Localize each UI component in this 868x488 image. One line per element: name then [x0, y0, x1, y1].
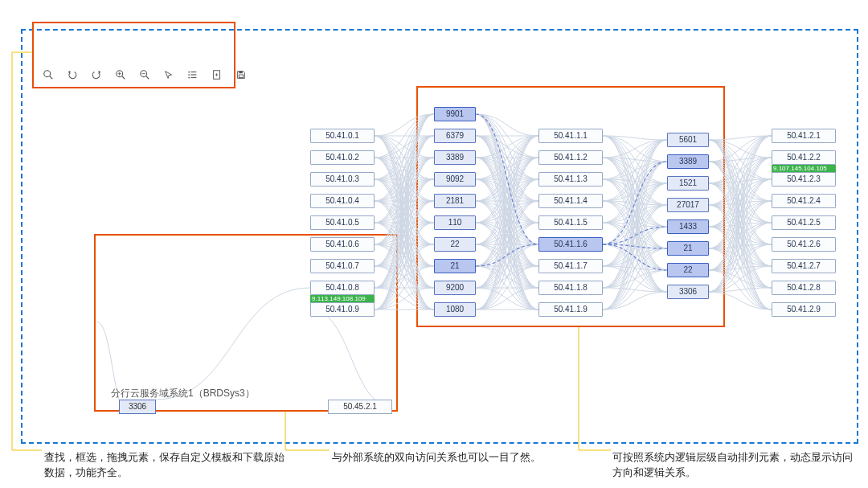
guide-lines — [0, 0, 868, 488]
diagram-stage: 50.41.0.150.41.0.250.41.0.350.41.0.450.4… — [0, 0, 868, 488]
caption-left: 查找，框选，拖拽元素，保存自定义模板和下载原始数据，功能齐全。 — [44, 450, 285, 481]
caption-mid: 与外部系统的双向访问关系也可以一目了然。 — [332, 450, 573, 465]
caption-right: 可按照系统内逻辑层级自动排列元素，动态显示访问方向和逻辑关系。 — [612, 450, 854, 481]
